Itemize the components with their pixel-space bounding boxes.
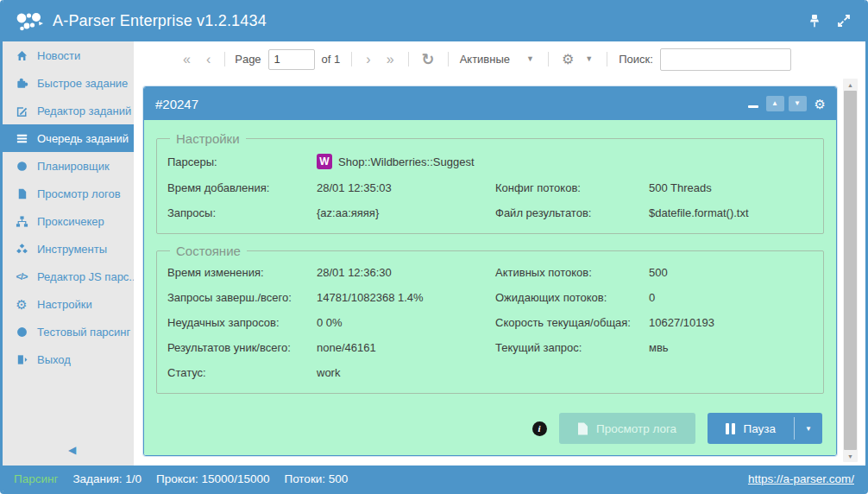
pause-label: Пауза (744, 422, 777, 435)
task-settings-icon[interactable]: ⚙ (811, 98, 827, 111)
pin-icon[interactable] (807, 13, 822, 28)
settings-row: Запросы: {az:aa:яяяя} Файл результатов: … (166, 200, 815, 225)
parsing-status: Парсинг (14, 472, 58, 485)
sidebar-item-label: Новости (37, 49, 80, 62)
code-icon: </> (14, 272, 29, 282)
toolbar-separator (448, 52, 449, 66)
app-logo-icon (15, 7, 44, 35)
prev-page-button[interactable]: ‹ (198, 53, 218, 66)
toolbar-separator (548, 52, 549, 66)
field-value: 28/01 12:35:03 (317, 181, 495, 194)
aparser-site-link[interactable]: https://a-parser.com/ (748, 472, 854, 485)
scrollbar-thumb[interactable] (844, 91, 857, 450)
next-page-button[interactable]: › (358, 53, 378, 66)
pause-caret-icon[interactable]: ▼ (795, 413, 822, 444)
search-input[interactable] (660, 48, 791, 71)
task-card-header: #20247 ▲ ▼ ⚙ (144, 87, 836, 120)
info-icon[interactable]: i (532, 421, 547, 436)
state-fieldset: Состояние Время изменения: 28/01 12:36:3… (156, 244, 824, 394)
app-title: A-Parser Enterprise v1.2.1434 (53, 12, 267, 30)
page-count-label: of 1 (322, 53, 341, 66)
threads-counter: Потоки: 500 (284, 472, 348, 485)
state-row: Статус: work (166, 360, 815, 385)
filter-dropdown[interactable]: Активные (455, 53, 519, 66)
list-icon (14, 132, 29, 145)
sidebar-item-label: Быстрое задание (37, 77, 128, 90)
sidebar-item-tools[interactable]: Инструменты (3, 235, 134, 263)
sidebar-item-scheduler[interactable]: Планировщик (3, 152, 134, 180)
toolbar-separator (607, 52, 607, 66)
minimize-button[interactable] (745, 96, 762, 111)
field-value: 28/01 12:36:30 (317, 266, 495, 279)
filter-caret-icon[interactable]: ▼ (519, 55, 542, 63)
field-label: Запросы: (167, 206, 317, 219)
field-value: 14781/1082368 1.4% (317, 291, 495, 304)
scroll-up-icon[interactable]: ▲ (843, 79, 858, 91)
sidebar-item-exit[interactable]: Выход (3, 345, 134, 373)
last-page-button[interactable]: » (379, 53, 402, 66)
field-label: Конфиг потоков: (495, 181, 649, 194)
field-value: $datefile.format().txt (649, 206, 815, 219)
sidebar-item-log-view[interactable]: Просмотр логов (3, 180, 134, 207)
home-icon (14, 49, 29, 62)
content-area: « ‹ Page of 1 › » ↻ Активные ▼ ⚙ ▼ Поиск… (134, 41, 865, 466)
field-value: 500 (649, 266, 815, 279)
task-id: #20247 (155, 97, 198, 111)
toolbar-separator (224, 52, 225, 66)
search-label: Поиск: (619, 53, 653, 66)
document-icon (14, 187, 29, 200)
sidebar-item-label: Тестовый парсинг (37, 326, 130, 339)
refresh-icon[interactable]: ↻ (415, 52, 442, 67)
field-label: Статус: (167, 366, 317, 379)
statusbar: Парсинг Задания: 1/0 Прокси: 15000/15000… (3, 466, 865, 491)
state-row: Запросы заверш./всего: 14781/1082368 1.4… (166, 285, 815, 310)
sidebar-item-label: Выход (37, 353, 71, 366)
sitemap-icon (14, 215, 29, 228)
sidebar-item-proxy-checker[interactable]: Проксичекер (3, 207, 134, 235)
view-log-button[interactable]: Просмотр лога (559, 413, 695, 444)
field-value: {az:aa:яяяя} (317, 206, 495, 219)
pause-button[interactable]: Пауза ▼ (708, 413, 822, 444)
settings-row: Парсеры: W Shop::Wildberries::Suggest (166, 148, 815, 175)
field-label: Текущий запрос: (495, 341, 649, 354)
sidebar-item-task-queue[interactable]: Очередь заданий (3, 124, 134, 152)
sidebar-item-test-parsing[interactable]: Тестовый парсинг (3, 318, 134, 345)
sidebar-item-news[interactable]: Новости (3, 41, 134, 69)
toolbar-gear-icon[interactable]: ⚙ (555, 53, 577, 66)
app-window: A-Parser Enterprise v1.2.1434 Новости (0, 0, 868, 494)
field-value: 10627/10193 (649, 316, 815, 329)
task-card: #20247 ▲ ▼ ⚙ Настройки Парсеры: (143, 86, 837, 456)
sidebar-item-js-editor[interactable]: </> Редактор JS парс... (3, 263, 134, 290)
state-row: Результатов уник/всего: none/46161 Текущ… (166, 335, 815, 360)
scroll-down-icon[interactable]: ▼ (843, 450, 858, 462)
task-actions: i Просмотр лога Пауза ▼ (156, 403, 824, 455)
sidebar-item-label: Настройки (37, 298, 92, 311)
sidebar-item-quick-task[interactable]: Быстрое задание (3, 69, 134, 97)
field-value: none/46161 (317, 341, 495, 354)
puzzle-icon (14, 77, 29, 90)
move-down-button[interactable]: ▼ (789, 96, 807, 111)
field-label: Результатов уник/всего: (167, 341, 317, 354)
sidebar-item-label: Очередь заданий (37, 132, 129, 145)
first-page-button[interactable]: « (175, 53, 198, 66)
field-label: Запросы заверш./всего: (167, 291, 317, 304)
gear-caret-icon[interactable]: ▼ (577, 55, 601, 63)
expand-icon[interactable] (836, 13, 852, 28)
move-up-button[interactable]: ▲ (766, 96, 784, 111)
tasks-toolbar: « ‹ Page of 1 › » ↻ Активные ▼ ⚙ ▼ Поиск… (134, 41, 865, 77)
tasks-counter: Задания: 1/0 (72, 472, 142, 485)
page-input[interactable] (268, 49, 315, 70)
sidebar-item-settings[interactable]: ⚙ Настройки (3, 290, 134, 318)
vertical-scrollbar[interactable]: ▲ ▼ (843, 79, 858, 462)
sidebar-item-task-editor[interactable]: Редактор заданий (3, 97, 134, 124)
titlebar: A-Parser Enterprise v1.2.1434 (3, 0, 865, 41)
sidebar-collapse-icon[interactable]: ◀ (68, 445, 76, 455)
sidebar: Новости Быстрое задание Редактор заданий… (3, 41, 134, 466)
sign-out-icon (14, 353, 29, 366)
field-value: 500 Threads (649, 181, 815, 194)
sidebar-item-label: Проксичекер (37, 215, 104, 228)
page-label: Page (235, 53, 261, 66)
state-legend: Состояние (170, 244, 247, 258)
toolbar-separator (351, 52, 352, 66)
view-log-label: Просмотр лога (596, 422, 676, 435)
